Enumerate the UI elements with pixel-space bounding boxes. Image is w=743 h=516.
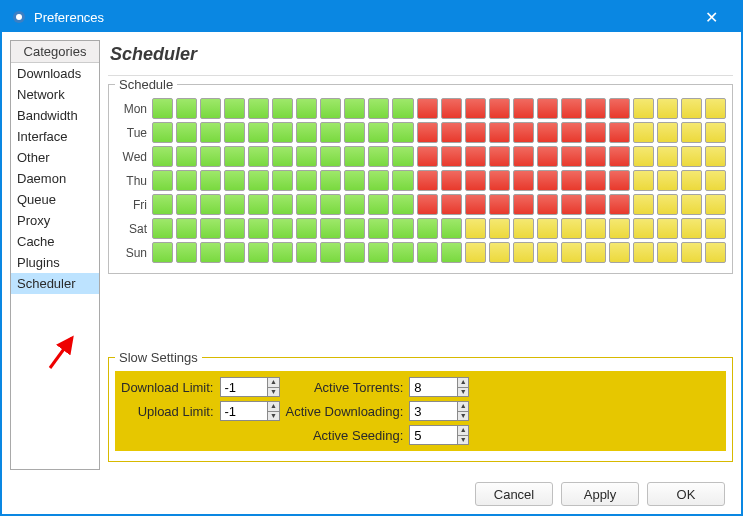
schedule-cell[interactable] bbox=[609, 170, 630, 191]
schedule-cell[interactable] bbox=[681, 170, 702, 191]
spin-up-icon[interactable]: ▲ bbox=[458, 426, 468, 436]
schedule-cell[interactable] bbox=[465, 146, 486, 167]
schedule-cell[interactable] bbox=[705, 194, 726, 215]
schedule-cell[interactable] bbox=[248, 98, 269, 119]
active-downloading-spinbox[interactable]: ▲▼ bbox=[409, 401, 469, 421]
spin-up-icon[interactable]: ▲ bbox=[458, 402, 468, 412]
sidebar-item-plugins[interactable]: Plugins bbox=[11, 252, 99, 273]
schedule-cell[interactable] bbox=[441, 170, 462, 191]
schedule-cell[interactable] bbox=[609, 194, 630, 215]
schedule-cell[interactable] bbox=[561, 218, 582, 239]
schedule-cell[interactable] bbox=[537, 146, 558, 167]
schedule-cell[interactable] bbox=[200, 194, 221, 215]
schedule-cell[interactable] bbox=[296, 194, 317, 215]
schedule-cell[interactable] bbox=[392, 242, 413, 263]
schedule-cell[interactable] bbox=[609, 98, 630, 119]
schedule-cell[interactable] bbox=[417, 146, 438, 167]
schedule-cell[interactable] bbox=[609, 146, 630, 167]
schedule-cell[interactable] bbox=[441, 146, 462, 167]
schedule-cell[interactable] bbox=[441, 218, 462, 239]
schedule-cell[interactable] bbox=[657, 194, 678, 215]
schedule-cell[interactable] bbox=[392, 122, 413, 143]
schedule-cell[interactable] bbox=[561, 194, 582, 215]
schedule-cell[interactable] bbox=[513, 170, 534, 191]
schedule-cell[interactable] bbox=[272, 218, 293, 239]
schedule-cell[interactable] bbox=[320, 170, 341, 191]
schedule-cell[interactable] bbox=[489, 146, 510, 167]
schedule-cell[interactable] bbox=[200, 98, 221, 119]
schedule-cell[interactable] bbox=[657, 242, 678, 263]
schedule-cell[interactable] bbox=[224, 122, 245, 143]
schedule-cell[interactable] bbox=[200, 122, 221, 143]
schedule-cell[interactable] bbox=[657, 146, 678, 167]
schedule-cell[interactable] bbox=[681, 98, 702, 119]
schedule-cell[interactable] bbox=[344, 98, 365, 119]
schedule-cell[interactable] bbox=[224, 146, 245, 167]
schedule-cell[interactable] bbox=[465, 98, 486, 119]
schedule-cell[interactable] bbox=[417, 170, 438, 191]
schedule-cell[interactable] bbox=[513, 98, 534, 119]
spin-up-icon[interactable]: ▲ bbox=[268, 402, 278, 412]
schedule-cell[interactable] bbox=[344, 146, 365, 167]
schedule-cell[interactable] bbox=[633, 194, 654, 215]
schedule-cell[interactable] bbox=[272, 146, 293, 167]
schedule-cell[interactable] bbox=[152, 170, 173, 191]
schedule-cell[interactable] bbox=[585, 146, 606, 167]
schedule-cell[interactable] bbox=[152, 242, 173, 263]
sidebar-item-downloads[interactable]: Downloads bbox=[11, 63, 99, 84]
schedule-cell[interactable] bbox=[224, 194, 245, 215]
schedule-cell[interactable] bbox=[489, 170, 510, 191]
schedule-cell[interactable] bbox=[609, 242, 630, 263]
schedule-cell[interactable] bbox=[489, 98, 510, 119]
schedule-cell[interactable] bbox=[417, 218, 438, 239]
upload-limit-spinbox[interactable]: ▲▼ bbox=[220, 401, 280, 421]
schedule-cell[interactable] bbox=[392, 218, 413, 239]
schedule-cell[interactable] bbox=[633, 146, 654, 167]
schedule-cell[interactable] bbox=[489, 242, 510, 263]
schedule-cell[interactable] bbox=[633, 170, 654, 191]
sidebar-item-daemon[interactable]: Daemon bbox=[11, 168, 99, 189]
schedule-cell[interactable] bbox=[344, 194, 365, 215]
schedule-cell[interactable] bbox=[248, 218, 269, 239]
schedule-cell[interactable] bbox=[609, 122, 630, 143]
schedule-cell[interactable] bbox=[224, 242, 245, 263]
schedule-cell[interactable] bbox=[489, 194, 510, 215]
schedule-cell[interactable] bbox=[657, 218, 678, 239]
schedule-cell[interactable] bbox=[200, 146, 221, 167]
schedule-cell[interactable] bbox=[657, 122, 678, 143]
active-torrents-input[interactable] bbox=[410, 378, 457, 396]
schedule-cell[interactable] bbox=[681, 122, 702, 143]
schedule-cell[interactable] bbox=[537, 98, 558, 119]
schedule-cell[interactable] bbox=[465, 122, 486, 143]
schedule-cell[interactable] bbox=[585, 194, 606, 215]
schedule-cell[interactable] bbox=[705, 122, 726, 143]
schedule-cell[interactable] bbox=[176, 218, 197, 239]
schedule-cell[interactable] bbox=[296, 242, 317, 263]
sidebar-item-proxy[interactable]: Proxy bbox=[11, 210, 99, 231]
schedule-cell[interactable] bbox=[465, 218, 486, 239]
close-button[interactable]: ✕ bbox=[691, 8, 731, 27]
schedule-cell[interactable] bbox=[368, 242, 389, 263]
schedule-cell[interactable] bbox=[681, 146, 702, 167]
schedule-cell[interactable] bbox=[368, 146, 389, 167]
sidebar-item-bandwidth[interactable]: Bandwidth bbox=[11, 105, 99, 126]
spin-down-icon[interactable]: ▼ bbox=[458, 412, 468, 421]
schedule-cell[interactable] bbox=[248, 122, 269, 143]
spin-up-icon[interactable]: ▲ bbox=[458, 378, 468, 388]
active-downloading-input[interactable] bbox=[410, 402, 457, 420]
schedule-cell[interactable] bbox=[344, 218, 365, 239]
schedule-cell[interactable] bbox=[272, 242, 293, 263]
schedule-cell[interactable] bbox=[681, 242, 702, 263]
schedule-cell[interactable] bbox=[489, 218, 510, 239]
schedule-cell[interactable] bbox=[152, 122, 173, 143]
schedule-cell[interactable] bbox=[537, 218, 558, 239]
sidebar-item-other[interactable]: Other bbox=[11, 147, 99, 168]
schedule-cell[interactable] bbox=[441, 194, 462, 215]
schedule-cell[interactable] bbox=[176, 170, 197, 191]
schedule-cell[interactable] bbox=[441, 242, 462, 263]
schedule-cell[interactable] bbox=[176, 98, 197, 119]
schedule-cell[interactable] bbox=[705, 218, 726, 239]
schedule-cell[interactable] bbox=[441, 122, 462, 143]
schedule-cell[interactable] bbox=[633, 218, 654, 239]
spin-up-icon[interactable]: ▲ bbox=[268, 378, 278, 388]
